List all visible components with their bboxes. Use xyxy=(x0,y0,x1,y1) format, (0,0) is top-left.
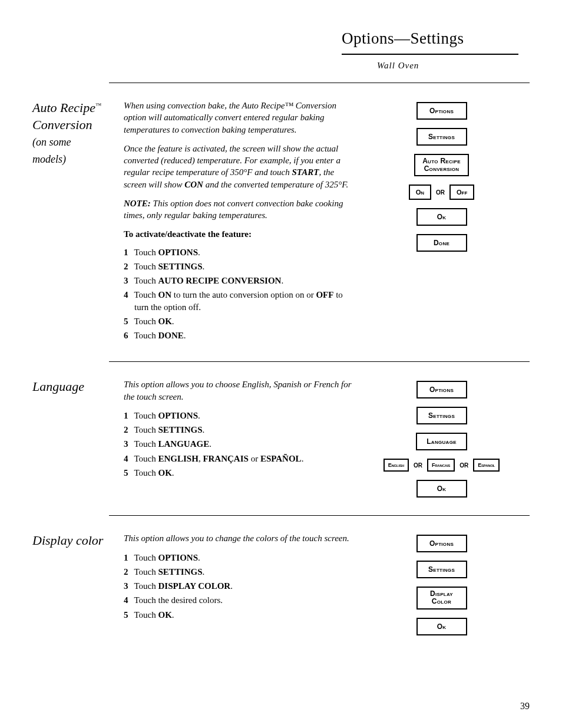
step: 2 Touch SETTINGS. xyxy=(124,424,353,436)
or-label: or xyxy=(459,462,468,469)
english-button[interactable]: English xyxy=(384,459,409,472)
intro-paragraph: This option allows you to change the col… xyxy=(124,532,353,544)
step: 1 Touch OPTIONS. xyxy=(124,246,353,258)
text-run: . xyxy=(203,425,205,434)
step: 3 Touch DISPLAY COLOR. xyxy=(124,580,353,592)
on-button[interactable]: On xyxy=(409,185,431,200)
button-diagram: Options Settings Language English or Fra… xyxy=(353,378,530,498)
step: 6 Touch DONE. xyxy=(124,330,353,341)
step: 3 Touch AUTO RECIPE CONVERSION. xyxy=(124,275,353,286)
options-button[interactable]: Options xyxy=(416,381,467,398)
bold-run: OPTIONS xyxy=(158,553,199,562)
text-run: . xyxy=(302,454,304,463)
text-run: . xyxy=(209,439,211,449)
language-button[interactable]: Language xyxy=(416,433,467,450)
bold-run: OK xyxy=(158,610,172,620)
page-number: 39 xyxy=(520,701,530,711)
step: 1 Touch OPTIONS. xyxy=(124,552,353,564)
bold-run: NOTE: xyxy=(124,199,151,208)
section-heading: Language xyxy=(32,378,124,396)
btn-line: Conversion xyxy=(424,164,459,173)
step: 1 Touch OPTIONS. xyxy=(124,410,353,421)
text-run: Touch xyxy=(134,610,158,620)
intro-paragraph: When using convection bake, the Auto Rec… xyxy=(124,100,353,136)
bold-run: ENGLISH xyxy=(158,454,199,463)
intro-paragraph: This option allows you to choose English… xyxy=(124,378,353,403)
auto-recipe-conversion-button[interactable]: Auto RecipeConversion xyxy=(414,154,469,176)
bold-run: ESPAÑOL xyxy=(260,454,302,463)
step: 4 Touch ON to turn the auto conversion o… xyxy=(124,289,353,313)
text-run: . xyxy=(198,411,200,420)
text-run: This option does not convert convection … xyxy=(124,199,343,220)
text-run: . xyxy=(172,317,174,326)
text-run: Touch xyxy=(134,468,158,477)
ok-button[interactable]: Ok xyxy=(416,480,467,498)
title-rule xyxy=(342,54,518,55)
settings-button[interactable]: Settings xyxy=(416,561,467,578)
off-button[interactable]: Off xyxy=(449,185,474,200)
activate-header: To activate/deactivate the feature: xyxy=(124,228,353,240)
ok-button[interactable]: Ok xyxy=(416,208,467,226)
step: 5 Touch OK. xyxy=(124,315,353,327)
text-run: . xyxy=(172,468,174,477)
options-button[interactable]: Options xyxy=(416,535,467,552)
text-run: and the converted temperature of 325°F. xyxy=(203,180,348,189)
text-run: . xyxy=(198,553,200,562)
bold-run: ON xyxy=(158,290,172,299)
tm-symbol: ™ xyxy=(95,102,101,108)
step: 4 Touch ENGLISH, FRANÇAIS or ESPAÑOL. xyxy=(124,453,353,465)
text-run: Touch the desired colors. xyxy=(134,595,223,605)
section-auto-recipe: Auto Recipe™ Conversion (on some models)… xyxy=(32,100,530,344)
section-body: When using convection bake, the Auto Rec… xyxy=(124,100,353,344)
text-run: . xyxy=(281,276,283,285)
divider xyxy=(109,361,530,362)
text-run: . xyxy=(198,248,200,257)
bold-run: OK xyxy=(158,317,172,326)
text-run: . xyxy=(203,262,205,271)
text-run: or xyxy=(249,454,260,463)
page-subtitle: Wall Oven xyxy=(377,61,530,71)
display-color-button[interactable]: DisplayColor xyxy=(416,587,467,609)
settings-button[interactable]: Settings xyxy=(416,128,467,146)
step: 3 Touch LANGUAGE. xyxy=(124,438,353,450)
or-label: or xyxy=(414,462,422,469)
text-run: . xyxy=(184,331,186,340)
text-run: Touch xyxy=(134,276,158,285)
page-title: Options—Settings xyxy=(342,29,530,51)
bold-run: AUTO RECIPE CONVERSION xyxy=(158,276,282,285)
ok-button[interactable]: Ok xyxy=(416,618,467,635)
bold-run: DONE xyxy=(158,331,184,340)
section-body: This option allows you to choose English… xyxy=(124,378,353,481)
text-run: Touch xyxy=(134,425,158,434)
bold-run: SETTINGS xyxy=(158,567,203,577)
section-heading: Auto Recipe™ Conversion (on some models) xyxy=(32,100,124,167)
bold-run: FRANÇAIS xyxy=(203,454,249,463)
btn-line: Auto Recipe xyxy=(422,157,461,165)
bold-run: DISPLAY COLOR xyxy=(158,581,231,591)
button-diagram: Options Settings DisplayColor Ok xyxy=(353,532,530,635)
bold-run: LANGUAGE xyxy=(158,439,210,449)
step: 5 Touch OK. xyxy=(124,467,353,479)
step: 2 Touch SETTINGS. xyxy=(124,566,353,578)
settings-button[interactable]: Settings xyxy=(416,407,467,424)
espanol-button[interactable]: Espanol xyxy=(473,459,500,472)
text-run: Touch xyxy=(134,248,158,257)
bold-run: START xyxy=(292,167,319,177)
step-list: 1 Touch OPTIONS. 2 Touch SETTINGS. 3 Tou… xyxy=(124,552,353,621)
text-run: Touch xyxy=(134,411,158,420)
paragraph: Once the feature is activated, the scree… xyxy=(124,143,353,190)
done-button[interactable]: Done xyxy=(416,234,467,252)
francais-button[interactable]: Francais xyxy=(427,459,455,472)
text-run: Touch xyxy=(134,317,158,326)
text-run: Touch xyxy=(134,454,158,463)
heading-line: Conversion xyxy=(32,117,92,132)
options-button[interactable]: Options xyxy=(416,102,467,120)
heading-line: (on some xyxy=(32,136,71,148)
bold-run: OPTIONS xyxy=(158,248,199,257)
step: 2 Touch SETTINGS. xyxy=(124,261,353,272)
divider xyxy=(109,515,530,516)
bold-run: CON xyxy=(184,180,203,189)
section-heading: Display color xyxy=(32,532,124,549)
divider xyxy=(109,83,530,83)
text-run: Touch xyxy=(134,567,158,577)
